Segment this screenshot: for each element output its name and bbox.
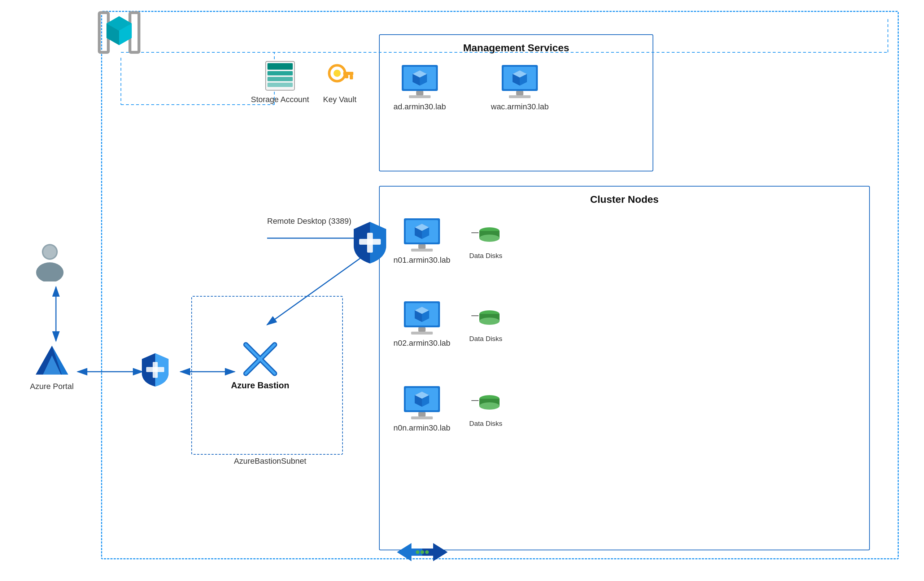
rdp-label: Remote Desktop (3389) <box>267 216 351 226</box>
ad-vm-icon <box>400 63 440 99</box>
wac-vm-icon <box>500 63 540 99</box>
n01-disks-label: Data Disks <box>469 252 502 260</box>
n02-vm-item: n02.armin30.lab <box>393 300 450 348</box>
svg-rect-28 <box>345 75 348 78</box>
azure-portal-icon <box>32 343 72 379</box>
azure-portal-item: Azure Portal <box>30 343 74 391</box>
bastion-label: Azure Bastion <box>231 380 289 390</box>
n0n-vm-item: n0n.armin30.lab <box>393 384 450 433</box>
key-vault-label: Key Vault <box>323 95 356 104</box>
wac-vm-label: wac.armin30.lab <box>491 102 549 112</box>
svg-rect-67 <box>411 249 433 251</box>
load-balancer-icon <box>397 538 447 566</box>
n02-vm-icon <box>402 300 442 336</box>
mgmt-title: Management Services <box>463 42 569 54</box>
key-vault-item: Key Vault <box>323 59 356 104</box>
ad-vm-item: ad.armin30.lab <box>393 63 446 112</box>
n02-disks-item: Data Disks <box>469 309 502 343</box>
svg-point-35 <box>43 245 56 258</box>
svg-rect-79 <box>411 332 433 335</box>
small-shield-item <box>139 352 172 388</box>
cluster-nodes-box: Cluster Nodes <box>379 186 870 550</box>
bastion-subnet-label: AzureBastionSubnet <box>234 457 307 466</box>
svg-rect-66 <box>418 244 426 249</box>
diagram-container: Management Services Cluster Nodes AzureB… <box>0 0 924 581</box>
n0n-disks-label: Data Disks <box>469 420 502 427</box>
svg-rect-90 <box>418 412 426 416</box>
svg-rect-59 <box>509 95 531 98</box>
storage-account-item: Storage Account <box>251 59 309 104</box>
vnet-cube-icon <box>97 11 141 54</box>
svg-rect-22 <box>267 77 293 81</box>
storage-account-icon <box>264 59 296 92</box>
svg-rect-26 <box>343 72 353 75</box>
n0n-vm-icon <box>402 384 442 421</box>
svg-rect-91 <box>411 416 433 419</box>
bastion-icon <box>240 339 280 379</box>
n01-disks-item: Data Disks <box>469 226 502 260</box>
n01-vm-item: n01.armin30.lab <box>393 216 450 265</box>
vnet-icon-item <box>97 11 141 54</box>
user-icon <box>32 242 68 281</box>
n02-disks-label: Data Disks <box>469 335 502 343</box>
svg-rect-32 <box>146 367 164 372</box>
azure-portal-label: Azure Portal <box>30 382 74 391</box>
n02-vm-label: n02.armin30.lab <box>393 338 450 348</box>
svg-point-99 <box>416 550 419 554</box>
user-person-item <box>32 242 68 281</box>
svg-point-34 <box>36 262 64 281</box>
svg-rect-20 <box>267 63 293 69</box>
svg-point-95 <box>479 403 500 409</box>
n0n-disk-icon <box>471 393 500 417</box>
svg-rect-58 <box>516 91 523 95</box>
cluster-title: Cluster Nodes <box>590 194 659 205</box>
load-balancer-item <box>397 538 447 566</box>
key-vault-icon <box>323 59 356 92</box>
svg-rect-78 <box>418 327 426 332</box>
n02-disk-icon <box>471 309 500 332</box>
svg-rect-23 <box>267 83 293 87</box>
big-shield-item <box>350 220 390 265</box>
big-shield-icon <box>350 220 390 265</box>
storage-account-label: Storage Account <box>251 95 309 104</box>
n01-vm-label: n01.armin30.lab <box>393 256 450 265</box>
n0n-disks-item: Data Disks <box>469 393 502 427</box>
svg-rect-30 <box>359 239 381 245</box>
svg-point-100 <box>421 550 424 554</box>
svg-rect-27 <box>350 75 353 79</box>
svg-rect-21 <box>267 71 293 76</box>
svg-point-101 <box>425 550 429 554</box>
svg-rect-51 <box>409 95 431 98</box>
ad-vm-label: ad.armin30.lab <box>393 102 446 112</box>
svg-point-71 <box>479 234 500 242</box>
n01-vm-icon <box>402 216 442 253</box>
azure-bastion-item: Azure Bastion <box>231 339 289 390</box>
small-shield-icon <box>139 352 172 388</box>
n01-disk-icon <box>471 226 500 249</box>
svg-point-83 <box>479 318 500 325</box>
svg-rect-50 <box>416 91 423 95</box>
n0n-vm-label: n0n.armin30.lab <box>393 423 450 433</box>
svg-point-25 <box>333 69 341 77</box>
wac-vm-item: wac.armin30.lab <box>491 63 549 112</box>
